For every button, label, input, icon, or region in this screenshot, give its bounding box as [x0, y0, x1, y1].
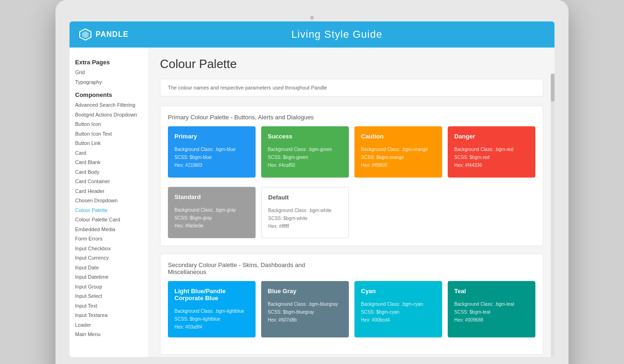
sidebar-item-form-errors[interactable]: Form Errors [75, 234, 143, 244]
color-cyan-detail: Background Class: .bgm-cyanSCSS: $bgm-cy… [361, 300, 436, 324]
app-title: Living Style Guide [129, 28, 545, 41]
color-card-bluegray: Blue Gray Background Class: .bgm-bluegra… [261, 281, 349, 337]
color-card-primary: Primary Background Class: .bgm-blueSCSS:… [168, 126, 256, 178]
secondary-color-grid: Light Blue/Pandle Corporate Blue Backgro… [168, 281, 535, 337]
color-teal-title: Teal [454, 288, 529, 295]
color-card-caution: Caution Background Class: .bgm-orangeSCS… [354, 126, 442, 178]
color-default-detail: Background Class: .bgm-whiteSCSS: $bgm-w… [268, 206, 342, 230]
color-default-title: Default [268, 194, 342, 201]
spacer-1 [354, 187, 442, 238]
color-caution-detail: Background Class: .bgm-orangeSCSS: $bgm-… [361, 145, 436, 169]
laptop-screen: PANDLE Living Style Guide Extra Pages Gr… [69, 21, 555, 357]
sidebar-item-card-container[interactable]: Card Container [75, 177, 143, 186]
sidebar-item-card-header[interactable]: Card Header [75, 186, 143, 196]
scrollbar[interactable] [551, 74, 555, 357]
app-header: PANDLE Living Style Guide [69, 21, 555, 48]
secondary-palette-section: Secondary Colour Palette - Skins, Dashbo… [160, 254, 543, 355]
color-primary-title: Primary [174, 133, 249, 140]
info-text: The colour names and respective paramete… [168, 85, 327, 90]
primary-color-grid: Primary Background Class: .bgm-blueSCSS:… [168, 126, 535, 178]
sidebar-item-colour-palette-card[interactable]: Colour Palette Card [75, 215, 143, 225]
sidebar-item-colour-palette[interactable]: Colour Palette [75, 206, 143, 215]
sidebar-item-button-icon[interactable]: Button Icon [75, 119, 143, 129]
sidebar-item-input-checkbox[interactable]: Input Checkbox [75, 244, 143, 254]
sidebar-item-advanced-search[interactable]: Advanced Search Filtering [75, 100, 143, 110]
sidebar-item-input-textarea[interactable]: Input Textarea [75, 310, 143, 320]
sidebar-item-input-date[interactable]: Input Date [75, 263, 143, 273]
scrollbar-thumb[interactable] [551, 74, 555, 102]
secondary-section-label: Secondary Colour Palette - Skins, Dashbo… [168, 261, 535, 275]
sidebar-item-input-select[interactable]: Input Select [75, 291, 143, 301]
color-success-detail: Background Class: .bgm-greenSCSS: $bgm-g… [268, 145, 342, 169]
color-card-danger: Danger Background Class: .bgm-redSCSS: $… [448, 126, 535, 178]
sidebar-section-extra-pages: Extra Pages [75, 59, 143, 66]
color-danger-detail: Background Class: .bgm-redSCSS: $bgm-red… [454, 145, 529, 169]
color-danger-title: Danger [454, 133, 529, 140]
color-bluegray-title: Blue Gray [268, 288, 342, 295]
sidebar-item-grid[interactable]: Grid [75, 68, 143, 77]
sidebar-item-input-currency[interactable]: Input Currency [75, 253, 143, 263]
color-lightblue-detail: Background Class: .bgm-lightblueSCSS: $b… [174, 307, 249, 331]
sidebar-item-card-blank[interactable]: Card Blank [75, 158, 143, 167]
color-lightblue-title: Light Blue/Pandle Corporate Blue [174, 288, 249, 302]
color-card-cyan: Cyan Background Class: .bgm-cyanSCSS: $b… [354, 281, 442, 337]
sidebar-item-embedded-media[interactable]: Embedded Media [75, 225, 143, 234]
sidebar-item-bootgrid[interactable]: Bootgrid Actions Dropdown [75, 110, 143, 120]
color-success-title: Success [268, 133, 342, 140]
color-card-teal: Teal Background Class: .bgm-tealSCSS: $b… [448, 281, 535, 337]
color-standard-detail: Background Class: .bgm-graySCSS: $bgm-gr… [174, 206, 249, 230]
color-bluegray-detail: Background Class: .bgm-bluegraySCSS: $bg… [268, 300, 342, 324]
color-card-standard: Standard Background Class: .bgm-graySCSS… [168, 187, 256, 238]
logo-text: PANDLE [96, 30, 129, 39]
sidebar-item-typography[interactable]: Typography [75, 77, 143, 87]
main-content: Colour Palette The colour names and resp… [149, 48, 555, 357]
sidebar-item-main-menu[interactable]: Main Menu [75, 330, 143, 339]
standard-color-grid: Standard Background Class: .bgm-graySCSS… [168, 187, 535, 238]
info-box: The colour names and respective paramete… [160, 79, 543, 96]
app-body: Extra Pages Grid Typography Components A… [69, 48, 555, 357]
primary-palette-section: Primary Colour Palette - Buttons, Alerts… [160, 106, 543, 246]
laptop-frame: PANDLE Living Style Guide Extra Pages Gr… [55, 0, 569, 364]
page-title: Colour Palette [160, 57, 543, 71]
sidebar-item-input-datetime[interactable]: Input Datetime [75, 272, 143, 282]
sidebar-item-chosen-dropdown[interactable]: Chosen Dropdown [75, 196, 143, 206]
sidebar-item-button-link[interactable]: Button Link [75, 138, 143, 148]
svg-marker-1 [82, 31, 89, 38]
color-card-lightblue: Light Blue/Pandle Corporate Blue Backgro… [168, 281, 256, 337]
sidebar-item-card-body[interactable]: Card Body [75, 167, 143, 177]
sidebar-item-button-icon-text[interactable]: Button Icon Text [75, 129, 143, 139]
logo-icon [79, 28, 92, 41]
color-card-success: Success Background Class: .bgm-greenSCSS… [261, 126, 349, 178]
sidebar: Extra Pages Grid Typography Components A… [69, 48, 149, 357]
primary-section-label: Primary Colour Palette - Buttons, Alerts… [168, 114, 535, 121]
color-cyan-title: Cyan [361, 288, 436, 295]
spacer-2 [448, 187, 535, 238]
sidebar-item-input-group[interactable]: Input Group [75, 282, 143, 292]
laptop-notch [69, 14, 555, 21]
color-primary-detail: Background Class: .bgm-blueSCSS: $bgm-bl… [174, 145, 249, 169]
color-teal-detail: Background Class: .bgm-tealSCSS: $bgm-te… [454, 300, 529, 324]
app-container: PANDLE Living Style Guide Extra Pages Gr… [69, 21, 555, 357]
sidebar-item-loader[interactable]: Loader [75, 320, 143, 330]
sidebar-section-components: Components [75, 91, 143, 98]
sidebar-item-card[interactable]: Card [75, 148, 143, 158]
color-caution-title: Caution [361, 133, 436, 140]
logo: PANDLE [79, 28, 129, 41]
color-card-default: Default Background Class: .bgm-whiteSCSS… [261, 187, 349, 238]
color-standard-title: Standard [174, 193, 249, 200]
sidebar-item-input-text[interactable]: Input Text [75, 301, 143, 311]
